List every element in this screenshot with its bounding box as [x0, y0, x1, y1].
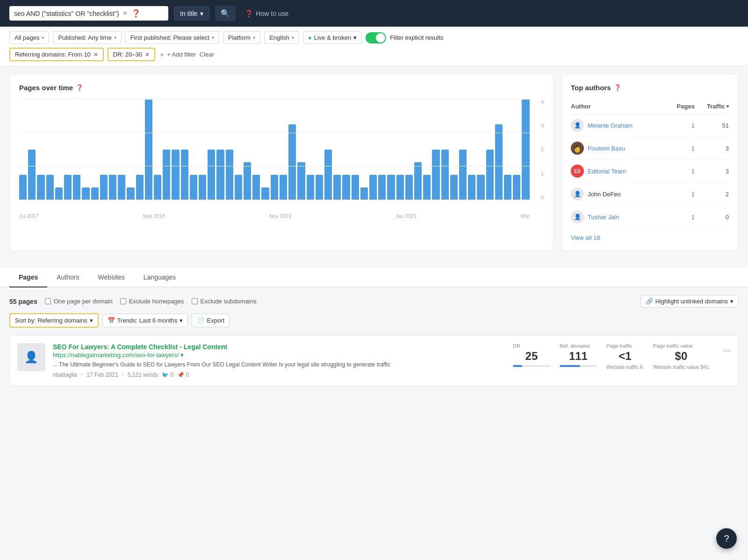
website-traffic-value-label: Website traffic value $41 — [653, 364, 709, 370]
how-to-use-link[interactable]: ❓ How to use — [245, 10, 288, 17]
authors-help-icon[interactable]: ❓ — [614, 84, 621, 91]
search-help-icon[interactable]: ❓ — [131, 9, 141, 18]
tab-pages[interactable]: Pages — [9, 268, 47, 287]
view-all-link[interactable]: View all 18 — [571, 234, 600, 241]
dr-remove-icon[interactable]: ✕ — [145, 51, 150, 58]
pages-count-value: 1 — [691, 122, 695, 129]
pages-over-time-card: Pages over time ❓ 4 3 2 1 — [9, 74, 554, 251]
add-filter-label: + Add filter — [167, 51, 196, 58]
highlight-unlinked-button[interactable]: 🔗 Highlight unlinked domains ▾ — [640, 295, 739, 308]
author-name-link[interactable]: Editorial Team — [588, 168, 626, 175]
chart-title-text: Pages over time — [19, 84, 73, 92]
result-title-link[interactable]: SEO For Lawyers: A Complete Checklist - … — [53, 343, 505, 351]
tab-languages[interactable]: Languages — [134, 268, 185, 287]
tab-websites[interactable]: Websites — [89, 268, 134, 287]
chart-help-icon[interactable]: ❓ — [76, 84, 83, 91]
language-filter[interactable]: English ▾ — [264, 31, 299, 44]
add-filter-plus-icon: ＋ — [159, 50, 165, 59]
chart-bar — [46, 175, 54, 200]
platform-arrow-icon: ▾ — [253, 35, 255, 40]
chart-bar — [28, 150, 36, 200]
result-url-link[interactable]: https://nablegalmarketing.com/seo-for-la… — [53, 352, 505, 359]
exclude-subdomains-label: Exclude subdomains — [201, 298, 257, 305]
chart-bar — [136, 175, 144, 200]
chart-bar — [495, 124, 503, 200]
author-cell-inner: 👤 Tushar Jain — [571, 210, 667, 223]
chart-bar — [19, 175, 27, 200]
exclude-subdomains-checkbox[interactable] — [192, 298, 198, 304]
exclude-homepages-checkbox-label[interactable]: Exclude homepages — [120, 298, 184, 305]
trend-chart-icon[interactable]: 〰 — [722, 347, 731, 357]
y-label-2: 2 — [541, 147, 544, 152]
intitle-dropdown[interactable]: In title ▾ — [174, 7, 209, 21]
chart-bar — [459, 150, 467, 200]
author-cell-inner: 👤 John DeFeo — [571, 187, 667, 201]
chart-bar — [154, 175, 161, 200]
platform-filter[interactable]: Platform ▾ — [223, 31, 260, 44]
highlight-arrow-icon: ▾ — [730, 298, 734, 305]
author-traffic: 3 — [695, 137, 729, 160]
author-name-link[interactable]: Melanie Graham — [588, 122, 633, 129]
one-per-domain-checkbox[interactable] — [45, 298, 51, 304]
dr-tag: DR: 20–30 ✕ — [108, 48, 155, 61]
search-button[interactable]: 🔍 — [215, 6, 236, 21]
export-button[interactable]: 📄 Export — [192, 314, 230, 327]
author-col-header: Author — [571, 99, 667, 114]
result-snippet: ... The Ultimate Beginner's Guide to SEO… — [53, 360, 505, 369]
chart-bar — [307, 175, 314, 200]
all-pages-label: All pages — [14, 34, 39, 41]
authors-table: Author Pages Traffic ▾ 👤 — [571, 99, 729, 229]
chart-bar — [504, 175, 511, 200]
chart-bar — [387, 175, 395, 200]
platform-label: Platform — [228, 34, 251, 41]
published-arrow-icon: ▾ — [114, 35, 116, 40]
author-name-link[interactable]: Poulomi Basu — [588, 145, 625, 152]
published-filter[interactable]: Published: Any time ▾ — [53, 31, 121, 44]
result-meta: nbattaglia • 17 Feb 2021 • 5,121 words 🐦… — [53, 372, 505, 378]
one-per-domain-label: One page per domain — [54, 298, 113, 305]
trends-button[interactable]: 📅 Trends: Last 6 months ▾ — [102, 314, 188, 327]
author-avatar: 👤 — [571, 187, 584, 201]
search-bar: seo AND ("statistics" OR "checklist") ✕ … — [0, 0, 748, 27]
result-info: SEO For Lawyers: A Complete Checklist - … — [53, 343, 505, 378]
chart-bar — [118, 175, 125, 200]
chart-bar — [360, 187, 368, 200]
sort-by-dropdown[interactable]: Sort by: Referring domains ▾ — [9, 313, 99, 328]
tab-authors[interactable]: Authors — [47, 268, 88, 287]
all-pages-filter[interactable]: All pages ▾ — [9, 31, 49, 44]
first-published-filter[interactable]: First published: Please select ▾ — [125, 31, 219, 44]
chart-title: Pages over time ❓ — [19, 84, 544, 92]
tabs-section: Pages Authors Websites Languages — [0, 268, 748, 287]
highlight-link-icon: 🔗 — [646, 298, 653, 305]
chart-bar — [37, 175, 44, 200]
result-thumbnail: 👤 — [17, 343, 45, 371]
search-clear-icon[interactable]: ✕ — [122, 10, 128, 17]
exclude-subdomains-checkbox-label[interactable]: Exclude subdomains — [192, 298, 257, 305]
clear-label: Clear — [200, 51, 214, 58]
author-traffic: 0 — [695, 206, 729, 229]
chart-bar — [64, 175, 72, 200]
exclude-homepages-checkbox[interactable] — [120, 298, 126, 304]
result-url-arrow-icon: ▾ — [180, 352, 184, 359]
dr-tag-label: DR: 20–30 — [113, 51, 142, 58]
ref-domains-remove-icon[interactable]: ✕ — [94, 51, 98, 58]
result-twitter: 🐦 0 — [162, 372, 173, 378]
clear-filters-button[interactable]: Clear — [200, 51, 214, 58]
trends-calendar-icon: 📅 — [108, 317, 115, 324]
chart-bar — [226, 150, 233, 200]
x-label-2: Sep 2018 — [143, 213, 165, 219]
filter-explicit-toggle[interactable] — [366, 32, 386, 43]
dr-value: 25 — [513, 350, 550, 363]
add-filter-button[interactable]: ＋ + Add filter — [159, 50, 196, 59]
author-traffic: 51 — [695, 114, 729, 137]
chart-bar — [109, 175, 116, 200]
author-name-link[interactable]: Tushar Jain — [588, 214, 619, 221]
live-broken-filter[interactable]: ● Live & broken ▾ — [303, 31, 362, 44]
chart-bar — [216, 150, 224, 200]
ref-domains-bar-fill — [560, 365, 580, 367]
grid-line-2 — [19, 133, 530, 133]
export-label: Export — [207, 317, 224, 324]
one-per-domain-checkbox-label[interactable]: One page per domain — [45, 298, 113, 305]
page-traffic-value-label: Page traffic value — [653, 343, 709, 349]
chart-bar — [369, 175, 377, 200]
